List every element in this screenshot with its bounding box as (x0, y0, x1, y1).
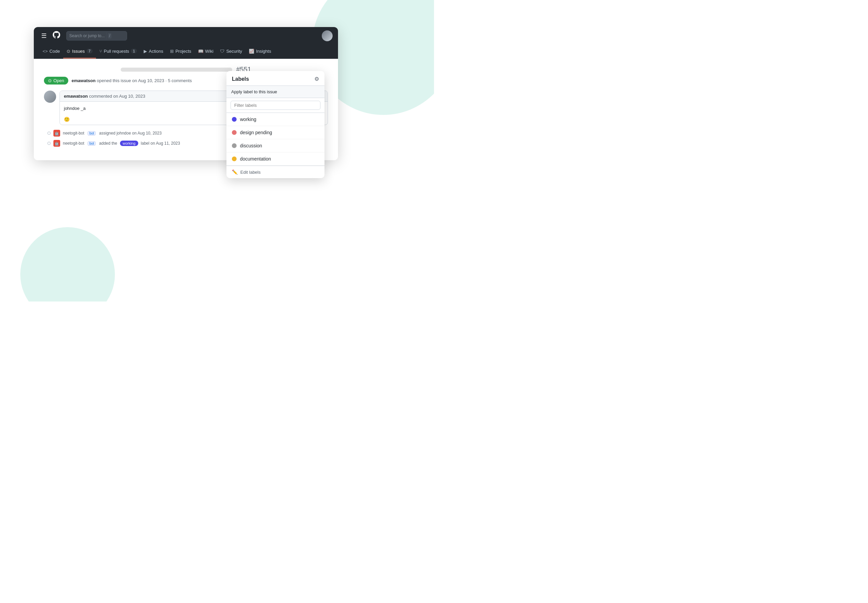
comment-avatar-image (44, 91, 56, 103)
repo-tabs: <> Code ⊙ Issues 7 ⑂ Pull requests 1 ▶ A… (34, 45, 338, 59)
label-item-design-pending[interactable]: design pending (227, 126, 324, 139)
wiki-icon: 📖 (198, 49, 204, 54)
user-avatar[interactable] (322, 31, 333, 41)
avatar-image (322, 31, 333, 41)
tab-projects[interactable]: ⊞ Projects (167, 44, 195, 59)
labels-filter (227, 98, 324, 113)
pull-requests-badge: 1 (131, 49, 137, 53)
tab-actions-label: Actions (149, 49, 163, 54)
label-dot-discussion (232, 143, 236, 148)
working-label-tag[interactable]: working (120, 141, 138, 146)
hamburger-icon: ☰ (41, 32, 46, 40)
tab-security-label: Security (226, 49, 242, 54)
issue-meta-text: emawatson opened this issue on Aug 10, 2… (72, 78, 192, 83)
issue-title-placeholder (120, 68, 232, 72)
tab-insights-label: Insights (256, 49, 271, 54)
bot-avatar-assign: 🤖 (53, 130, 60, 136)
label-name-documentation: documentation (240, 156, 271, 162)
tab-code[interactable]: <> Code (39, 44, 63, 59)
github-logo[interactable] (53, 31, 60, 40)
activity-bot-name-label[interactable]: neetogit-bot (63, 141, 84, 146)
navbar: ☰ Search or jump to... / (34, 27, 338, 45)
issue-date: Aug 10, 2023 (138, 78, 164, 83)
filter-labels-input[interactable] (230, 101, 320, 110)
open-badge: ⊙ Open (44, 77, 68, 85)
tab-wiki[interactable]: 📖 Wiki (195, 44, 217, 59)
labels-dropdown: Labels ⚙ Apply label to this issue worki… (227, 71, 324, 178)
comment-avatar (44, 91, 56, 103)
issues-icon: ⊙ (66, 49, 70, 54)
labels-footer[interactable]: ✏️ Edit labels (227, 165, 324, 178)
activity-label-prefix: added the (99, 141, 117, 146)
label-name-working: working (240, 117, 256, 122)
bot-icon-2: 🤖 (54, 141, 59, 146)
activity-bot-name-assign[interactable]: neetogit-bot (63, 131, 84, 136)
tab-projects-label: Projects (175, 49, 191, 54)
bg-circle-bottom-left (20, 227, 115, 302)
label-name-discussion: discussion (240, 143, 262, 148)
bot-badge-label: bot (88, 141, 96, 146)
label-dot-design-pending (232, 130, 236, 135)
bot-avatar-label: 🤖 (53, 140, 60, 147)
edit-labels-icon: ✏️ (232, 169, 238, 175)
activity-dot (47, 131, 51, 135)
bot-badge-assign: bot (88, 131, 96, 136)
tab-issues-label: Issues (72, 49, 85, 54)
tab-insights[interactable]: 📈 Insights (246, 44, 275, 59)
activity-assign-action: assigned johndoe on Aug 10, 2023 (99, 131, 162, 136)
activity-dot-2 (47, 142, 51, 145)
hamburger-menu-button[interactable]: ☰ (39, 31, 49, 40)
edit-labels-text: Edit labels (240, 170, 261, 175)
label-item-documentation[interactable]: documentation (227, 152, 324, 165)
pull-requests-icon: ⑂ (99, 49, 102, 54)
comment-body-text: johndoe _a (64, 106, 85, 111)
label-item-working[interactable]: working (227, 113, 324, 126)
comment-timestamp: commented on Aug 10, 2023 (89, 94, 145, 99)
issue-comments-count[interactable]: 5 comments (168, 78, 192, 83)
search-bar[interactable]: Search or jump to... / (66, 31, 127, 40)
search-slash-hint: / (108, 33, 111, 39)
smiley-icon[interactable]: 🙂 (64, 117, 70, 122)
code-icon: <> (43, 49, 48, 54)
insights-icon: 📈 (249, 49, 254, 54)
security-icon: 🛡 (220, 49, 224, 54)
tab-pull-requests-label: Pull requests (104, 49, 129, 54)
issues-badge: 7 (86, 49, 93, 53)
open-badge-icon: ⊙ (48, 78, 52, 83)
label-dot-documentation (232, 156, 236, 161)
tab-security[interactable]: 🛡 Security (217, 44, 246, 59)
tab-code-label: Code (49, 49, 60, 54)
tab-issues[interactable]: ⊙ Issues 7 (63, 44, 96, 59)
label-name-design-pending: design pending (240, 130, 272, 135)
labels-title: Labels (232, 76, 249, 82)
search-placeholder: Search or jump to... (69, 34, 105, 38)
bot-icon: 🤖 (54, 131, 59, 136)
open-badge-label: Open (53, 78, 64, 83)
tab-actions[interactable]: ▶ Actions (140, 44, 167, 59)
gear-icon[interactable]: ⚙ (314, 76, 319, 82)
label-item-discussion[interactable]: discussion (227, 139, 324, 152)
activity-label-suffix: label on Aug 11, 2023 (141, 141, 180, 146)
issue-author[interactable]: emawatson (72, 78, 96, 83)
search-divider (106, 32, 107, 39)
tab-wiki-label: Wiki (205, 49, 214, 54)
labels-apply-text: Apply label to this issue (227, 85, 324, 98)
label-dot-working (232, 117, 236, 122)
projects-icon: ⊞ (170, 49, 174, 54)
comment-author[interactable]: emawatson (64, 94, 88, 99)
labels-header: Labels ⚙ (227, 71, 324, 85)
actions-icon: ▶ (144, 49, 147, 54)
tab-pull-requests[interactable]: ⑂ Pull requests 1 (96, 44, 140, 59)
